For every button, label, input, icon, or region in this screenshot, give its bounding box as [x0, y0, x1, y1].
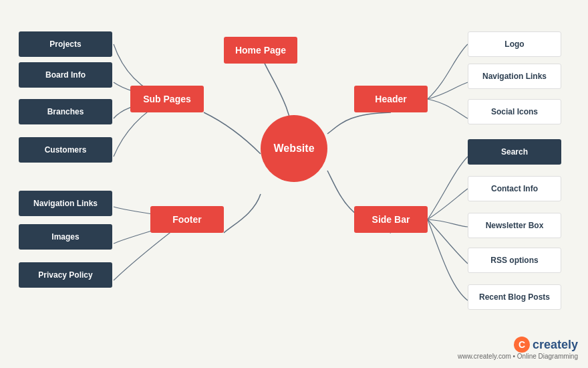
socialicons-leaf: Social Icons — [468, 99, 561, 124]
branches-leaf: Branches — [19, 99, 112, 124]
navlinks-footer-leaf: Navigation Links — [19, 191, 112, 216]
search-leaf: Search — [468, 139, 561, 165]
rss-leaf: RSS options — [468, 248, 561, 273]
newsletter-leaf: Newsletter Box — [468, 213, 561, 238]
blogposts-leaf: Recent Blog Posts — [468, 284, 561, 310]
subpages-node: Sub Pages — [130, 86, 204, 112]
sidebar-node: Side Bar — [354, 206, 428, 233]
header-node: Header — [354, 86, 428, 112]
creately-subtitle: www.creately.com • Online Diagramming — [458, 353, 578, 360]
boardinfo-leaf: Board Info — [19, 62, 112, 88]
creately-logo-text: creately — [533, 338, 578, 352]
navlinks-header-leaf: Navigation Links — [468, 64, 561, 89]
creately-logo-icon: C — [514, 337, 530, 353]
privacy-leaf: Privacy Policy — [19, 262, 112, 288]
homepage-node: Home Page — [224, 37, 297, 64]
logo-leaf: Logo — [468, 31, 561, 57]
creately-badge: C creately www.creately.com • Online Dia… — [458, 337, 578, 360]
customers-leaf: Customers — [19, 137, 112, 163]
contactinfo-leaf: Contact Info — [468, 176, 561, 201]
projects-leaf: Projects — [19, 31, 112, 57]
footer-node: Footer — [150, 206, 224, 233]
center-node: Website — [261, 115, 327, 182]
images-leaf: Images — [19, 224, 112, 250]
